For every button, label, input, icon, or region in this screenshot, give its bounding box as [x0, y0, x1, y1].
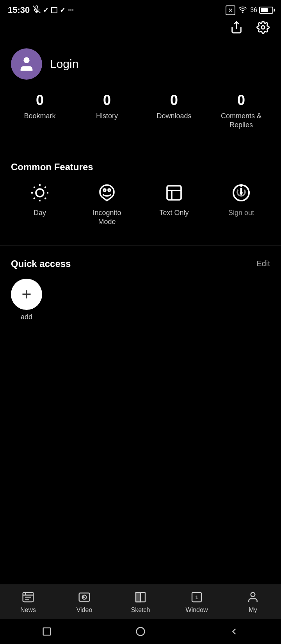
day-label: Day [34, 208, 46, 217]
text-only-icon [163, 182, 185, 204]
check-icon: ✓ [43, 6, 49, 14]
sketch-icon [133, 590, 148, 604]
history-label: History [96, 112, 118, 121]
sign-out-icon [230, 182, 252, 204]
quick-access-items: add [0, 279, 281, 337]
divider-2 [0, 246, 281, 246]
features-grid: Day IncognitoMode Text Only [0, 182, 281, 246]
nav-video[interactable]: Video [56, 590, 112, 614]
add-button[interactable] [11, 279, 42, 310]
svg-marker-33 [83, 596, 85, 598]
check2-icon: ✓ [60, 6, 66, 14]
login-label: Login [50, 57, 78, 71]
my-icon [246, 590, 260, 604]
text-only-label: Text Only [159, 208, 189, 217]
sys-back-button[interactable] [226, 624, 242, 639]
feature-incognito[interactable]: IncognitoMode [73, 182, 140, 227]
battery-display: 36 [250, 7, 273, 14]
incognito-icon [96, 182, 118, 204]
nav-my-label: My [249, 607, 257, 614]
feature-text-only[interactable]: Text Only [140, 182, 208, 227]
stat-downloads[interactable]: 0 Downloads [140, 92, 208, 130]
svg-point-6 [23, 57, 29, 63]
nav-news-label: News [20, 607, 36, 614]
nav-window[interactable]: 1 Window [169, 590, 225, 614]
edit-button[interactable]: Edit [257, 259, 270, 268]
stat-bookmark[interactable]: 0 Bookmark [6, 92, 73, 130]
svg-rect-35 [136, 592, 140, 602]
divider-1 [0, 149, 281, 149]
top-action-bar [0, 19, 281, 42]
svg-line-15 [45, 187, 46, 188]
svg-point-7 [36, 189, 44, 197]
x-box-icon: ✕ [226, 5, 235, 15]
nav-video-label: Video [76, 607, 92, 614]
day-icon [29, 182, 51, 204]
feature-day[interactable]: Day [6, 182, 73, 227]
square-icon [51, 7, 57, 13]
svg-rect-40 [43, 628, 51, 635]
svg-point-39 [251, 592, 255, 597]
bottom-nav: News Video Sketch 1 [0, 584, 281, 619]
svg-point-41 [137, 628, 145, 636]
status-icons: ✓ ✓ ··· [33, 5, 74, 15]
svg-point-5 [261, 26, 265, 29]
sys-home-button[interactable] [133, 624, 148, 639]
downloads-count: 0 [170, 92, 178, 109]
svg-point-3 [242, 12, 243, 12]
nav-window-label: Window [186, 607, 208, 614]
video-icon [77, 590, 91, 604]
share-button[interactable] [228, 19, 245, 36]
incognito-label: IncognitoMode [92, 208, 121, 227]
window-icon: 1 [190, 590, 204, 604]
status-right-icons: ✕ 36 [226, 5, 273, 16]
stat-comments[interactable]: 0 Comments &Replies [208, 92, 275, 130]
profile-section[interactable]: Login [0, 42, 281, 92]
news-icon [21, 590, 35, 604]
nav-sketch[interactable]: Sketch [112, 590, 169, 614]
add-item[interactable]: add [11, 279, 42, 321]
sign-out-label: Sign out [228, 208, 254, 217]
stat-history[interactable]: 0 History [73, 92, 140, 130]
nav-sketch-label: Sketch [131, 607, 150, 614]
settings-button[interactable] [254, 19, 272, 36]
add-label: add [21, 313, 32, 321]
bookmark-label: Bookmark [24, 112, 55, 121]
svg-line-11 [45, 198, 46, 199]
nav-my[interactable]: My [225, 590, 281, 614]
stats-row: 0 Bookmark 0 History 0 Downloads 0 Comme… [0, 92, 281, 149]
quick-access-title: Quick access [11, 258, 71, 269]
comments-label: Comments &Replies [221, 112, 261, 130]
time-display: 15:30 [8, 5, 30, 15]
system-nav [0, 619, 281, 644]
wifi-icon [238, 5, 247, 16]
downloads-label: Downloads [157, 112, 191, 121]
history-count: 0 [103, 92, 111, 109]
mute-icon [33, 5, 41, 15]
bookmark-count: 0 [36, 92, 44, 109]
more-icon: ··· [68, 6, 74, 14]
svg-text:1: 1 [196, 595, 198, 600]
quick-access-header: Quick access Edit [0, 258, 281, 279]
svg-line-10 [34, 187, 35, 188]
feature-sign-out[interactable]: Sign out [208, 182, 275, 227]
status-bar: 15:30 ✓ ✓ ··· ✕ [0, 0, 281, 19]
common-features-title: Common Features [0, 162, 281, 182]
svg-line-14 [34, 198, 35, 199]
nav-news[interactable]: News [0, 590, 56, 614]
avatar [11, 48, 42, 80]
svg-rect-16 [167, 186, 181, 200]
comments-count: 0 [237, 92, 245, 109]
sys-square-button[interactable] [39, 624, 55, 639]
